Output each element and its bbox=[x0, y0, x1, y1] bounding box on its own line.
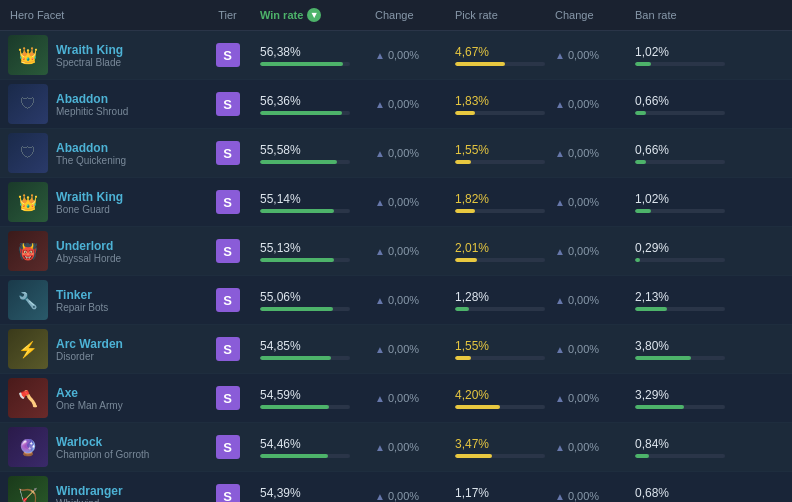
table-row[interactable]: 👑 Wraith King Bone Guard S 55,14% ▲ 0,00… bbox=[0, 178, 792, 227]
tier-badge: S bbox=[216, 43, 240, 67]
hero-name[interactable]: Tinker bbox=[56, 288, 108, 302]
change1-cell: ▲ 0,00% bbox=[375, 245, 455, 257]
tier-badge: S bbox=[216, 288, 240, 312]
tier-badge: S bbox=[216, 484, 240, 502]
table-row[interactable]: 🪓 Axe One Man Army S 54,59% ▲ 0,00% 4,20… bbox=[0, 374, 792, 423]
banrate-value: 2,13% bbox=[635, 290, 735, 304]
hero-name[interactable]: Abaddon bbox=[56, 92, 128, 106]
avatar: 👑 bbox=[8, 35, 48, 75]
table-row[interactable]: 🛡 Abaddon The Quickening S 55,58% ▲ 0,00… bbox=[0, 129, 792, 178]
tier-badge: S bbox=[216, 386, 240, 410]
winrate-bar-track bbox=[260, 454, 350, 458]
avatar: 🛡 bbox=[8, 133, 48, 173]
pickrate-bar-track bbox=[455, 160, 545, 164]
table-row[interactable]: 🏹 Windranger Whirlwind S 54,39% ▲ 0,00% … bbox=[0, 472, 792, 502]
hero-name[interactable]: Windranger bbox=[56, 484, 123, 498]
pickrate-cell: 4,67% bbox=[455, 45, 555, 66]
hero-subtitle: Spectral Blade bbox=[56, 57, 123, 68]
pickrate-cell: 2,01% bbox=[455, 241, 555, 262]
banrate-value: 0,66% bbox=[635, 143, 735, 157]
tier-cell: S bbox=[200, 435, 255, 459]
hero-name[interactable]: Warlock bbox=[56, 435, 149, 449]
table-header: Hero Facet Tier Win rate ▼ Change Pick r… bbox=[0, 0, 792, 31]
winrate-bar-fill bbox=[260, 454, 328, 458]
winrate-cell: 55,14% bbox=[255, 192, 375, 213]
table-row[interactable]: ⚡ Arc Warden Disorder S 54,85% ▲ 0,00% 1… bbox=[0, 325, 792, 374]
change2-arrow-icon: ▲ bbox=[555, 148, 565, 159]
winrate-bar-track bbox=[260, 160, 350, 164]
change1-value: 0,00% bbox=[388, 196, 419, 208]
hero-name[interactable]: Wraith King bbox=[56, 190, 123, 204]
winrate-value: 54,46% bbox=[260, 437, 375, 451]
change2-arrow-icon: ▲ bbox=[555, 344, 565, 355]
hero-name[interactable]: Axe bbox=[56, 386, 123, 400]
change1-arrow-icon: ▲ bbox=[375, 295, 385, 306]
change2-cell: ▲ 0,00% bbox=[555, 294, 635, 306]
hero-name[interactable]: Arc Warden bbox=[56, 337, 123, 351]
change2-arrow-icon: ▲ bbox=[555, 246, 565, 257]
change1-value: 0,00% bbox=[388, 392, 419, 404]
banrate-cell: 2,13% bbox=[635, 290, 735, 311]
change1-cell: ▲ 0,00% bbox=[375, 294, 455, 306]
hero-subtitle: The Quickening bbox=[56, 155, 126, 166]
hero-info: Wraith King Spectral Blade bbox=[56, 43, 123, 68]
change1-cell: ▲ 0,00% bbox=[375, 490, 455, 502]
tier-badge: S bbox=[216, 92, 240, 116]
winrate-cell: 55,06% bbox=[255, 290, 375, 311]
banrate-value: 0,84% bbox=[635, 437, 735, 451]
pickrate-bar-track bbox=[455, 209, 545, 213]
change2-value: 0,00% bbox=[568, 49, 599, 61]
change1-arrow-icon: ▲ bbox=[375, 148, 385, 159]
change1-arrow-icon: ▲ bbox=[375, 50, 385, 61]
header-hero: Hero Facet bbox=[0, 9, 200, 21]
change1-value: 0,00% bbox=[388, 294, 419, 306]
change2-value: 0,00% bbox=[568, 343, 599, 355]
hero-name[interactable]: Wraith King bbox=[56, 43, 123, 57]
change2-value: 0,00% bbox=[568, 392, 599, 404]
pickrate-bar-fill bbox=[455, 111, 475, 115]
hero-info: Wraith King Bone Guard bbox=[56, 190, 123, 215]
winrate-bar-track bbox=[260, 111, 350, 115]
tier-badge: S bbox=[216, 141, 240, 165]
sort-icon[interactable]: ▼ bbox=[307, 8, 321, 22]
pickrate-value: 1,82% bbox=[455, 192, 555, 206]
header-winrate[interactable]: Win rate ▼ bbox=[255, 8, 375, 22]
hero-subtitle: One Man Army bbox=[56, 400, 123, 411]
winrate-bar-fill bbox=[260, 405, 329, 409]
change2-value: 0,00% bbox=[568, 245, 599, 257]
change1-cell: ▲ 0,00% bbox=[375, 147, 455, 159]
hero-info: Abaddon Mephitic Shroud bbox=[56, 92, 128, 117]
winrate-value: 56,38% bbox=[260, 45, 375, 59]
winrate-value: 55,06% bbox=[260, 290, 375, 304]
banrate-cell: 1,02% bbox=[635, 192, 735, 213]
tier-cell: S bbox=[200, 190, 255, 214]
header-change2: Change bbox=[555, 9, 635, 21]
change2-cell: ▲ 0,00% bbox=[555, 98, 635, 110]
pickrate-cell: 1,82% bbox=[455, 192, 555, 213]
banrate-bar-fill bbox=[635, 111, 646, 115]
banrate-bar-track bbox=[635, 111, 725, 115]
pickrate-cell: 1,28% bbox=[455, 290, 555, 311]
winrate-cell: 56,38% bbox=[255, 45, 375, 66]
banrate-bar-fill bbox=[635, 405, 684, 409]
table-row[interactable]: 🛡 Abaddon Mephitic Shroud S 56,36% ▲ 0,0… bbox=[0, 80, 792, 129]
pickrate-bar-track bbox=[455, 111, 545, 115]
header-tier: Tier bbox=[200, 9, 255, 21]
table-row[interactable]: 🔮 Warlock Champion of Gorroth S 54,46% ▲… bbox=[0, 423, 792, 472]
hero-name[interactable]: Underlord bbox=[56, 239, 121, 253]
winrate-bar-fill bbox=[260, 307, 333, 311]
change2-cell: ▲ 0,00% bbox=[555, 343, 635, 355]
winrate-value: 54,39% bbox=[260, 486, 375, 500]
change2-value: 0,00% bbox=[568, 196, 599, 208]
change2-arrow-icon: ▲ bbox=[555, 50, 565, 61]
hero-name[interactable]: Abaddon bbox=[56, 141, 126, 155]
table-row[interactable]: 👑 Wraith King Spectral Blade S 56,38% ▲ … bbox=[0, 31, 792, 80]
table-row[interactable]: 🔧 Tinker Repair Bots S 55,06% ▲ 0,00% 1,… bbox=[0, 276, 792, 325]
pickrate-value: 1,83% bbox=[455, 94, 555, 108]
banrate-value: 1,02% bbox=[635, 45, 735, 59]
winrate-bar-fill bbox=[260, 356, 331, 360]
pickrate-value: 1,28% bbox=[455, 290, 555, 304]
header-banrate: Ban rate bbox=[635, 9, 735, 21]
winrate-cell: 56,36% bbox=[255, 94, 375, 115]
table-row[interactable]: 👹 Underlord Abyssal Horde S 55,13% ▲ 0,0… bbox=[0, 227, 792, 276]
